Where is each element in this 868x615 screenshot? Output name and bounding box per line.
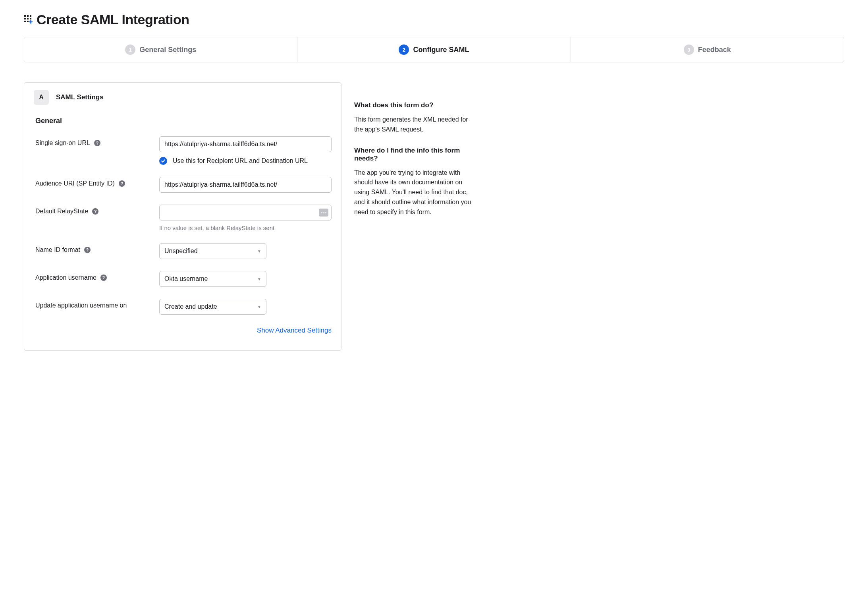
sso-recipient-checkbox-row: Use this for Recipient URL and Destinati… — [159, 157, 332, 165]
main-columns: A SAML Settings General Single sign-on U… — [24, 82, 844, 351]
help-icon[interactable]: ? — [94, 140, 100, 146]
row-app-username: Application username ? Okta username ▼ — [34, 271, 332, 287]
saml-settings-form: A SAML Settings General Single sign-on U… — [24, 82, 341, 351]
app-username-select[interactable]: Okta username ▼ — [159, 271, 266, 287]
sso-url-input[interactable] — [159, 136, 332, 152]
select-value: Create and update — [164, 303, 217, 310]
section-header: A SAML Settings — [34, 90, 332, 105]
section-badge: A — [34, 90, 49, 105]
svg-rect-1 — [27, 15, 29, 17]
ellipsis-icon[interactable] — [319, 209, 328, 217]
svg-rect-0 — [24, 15, 26, 17]
section-title: SAML Settings — [56, 93, 104, 101]
label-nameid-format: Name ID format — [35, 246, 80, 253]
update-on-select[interactable]: Create and update ▼ — [159, 299, 266, 315]
label-audience-uri: Audience URI (SP Entity ID) — [35, 180, 115, 187]
step-feedback[interactable]: 3 Feedback — [571, 37, 844, 62]
step-badge: 3 — [684, 44, 694, 55]
svg-rect-3 — [24, 18, 26, 19]
step-general-settings[interactable]: 1 General Settings — [24, 37, 297, 62]
general-subheader: General — [35, 117, 332, 125]
step-label: Configure SAML — [413, 46, 469, 54]
step-badge: 2 — [399, 44, 409, 55]
row-audience-uri: Audience URI (SP Entity ID) ? — [34, 177, 332, 193]
row-relay-state: Default RelayState ? If no value is set,… — [34, 205, 332, 231]
help-icon[interactable]: ? — [100, 275, 107, 281]
sidebar-q2: Where do I find the info this form needs… — [354, 147, 473, 162]
nameid-format-select[interactable]: Unspecified ▼ — [159, 243, 266, 259]
svg-rect-7 — [27, 21, 29, 22]
wizard-stepper: 1 General Settings 2 Configure SAML 3 Fe… — [24, 37, 844, 62]
help-icon[interactable]: ? — [84, 247, 91, 253]
chevron-down-icon: ▼ — [257, 249, 261, 253]
label-app-username: Application username — [35, 274, 96, 281]
chevron-down-icon: ▼ — [257, 277, 261, 281]
label-update-on: Update application username on — [35, 302, 127, 309]
svg-rect-4 — [27, 18, 29, 19]
audience-uri-input[interactable] — [159, 177, 332, 193]
page-title-row: Create SAML Integration — [24, 12, 844, 27]
recipient-destination-checkbox[interactable] — [159, 157, 167, 165]
svg-rect-5 — [30, 18, 31, 19]
help-icon[interactable]: ? — [119, 180, 125, 187]
row-nameid-format: Name ID format ? Unspecified ▼ — [34, 243, 332, 259]
svg-rect-6 — [24, 21, 26, 22]
step-label: Feedback — [698, 46, 731, 54]
chevron-down-icon: ▼ — [257, 305, 261, 309]
sidebar-a1: This form generates the XML needed for t… — [354, 115, 473, 135]
page-title: Create SAML Integration — [37, 12, 189, 27]
sidebar-q1: What does this form do? — [354, 101, 473, 109]
help-sidebar: What does this form do? This form genera… — [354, 82, 473, 229]
step-label: General Settings — [139, 46, 196, 54]
relay-state-input[interactable] — [159, 205, 332, 220]
label-sso-url: Single sign-on URL — [35, 139, 90, 147]
row-update-on: Update application username on Create an… — [34, 299, 332, 315]
select-value: Unspecified — [164, 248, 198, 255]
step-badge: 1 — [125, 44, 135, 55]
row-sso-url: Single sign-on URL ? Use this for Recipi… — [34, 136, 332, 165]
show-advanced-settings-link[interactable]: Show Advanced Settings — [34, 327, 332, 335]
relay-state-hint: If no value is set, a blank RelayState i… — [159, 224, 332, 231]
apps-grid-add-icon — [24, 15, 34, 25]
svg-rect-2 — [30, 15, 31, 17]
step-configure-saml[interactable]: 2 Configure SAML — [297, 37, 571, 62]
help-icon[interactable]: ? — [92, 208, 98, 215]
sidebar-a2: The app you're trying to integrate with … — [354, 168, 473, 217]
label-relay-state: Default RelayState — [35, 208, 88, 215]
recipient-destination-label: Use this for Recipient URL and Destinati… — [173, 157, 308, 164]
select-value: Okta username — [164, 275, 208, 282]
